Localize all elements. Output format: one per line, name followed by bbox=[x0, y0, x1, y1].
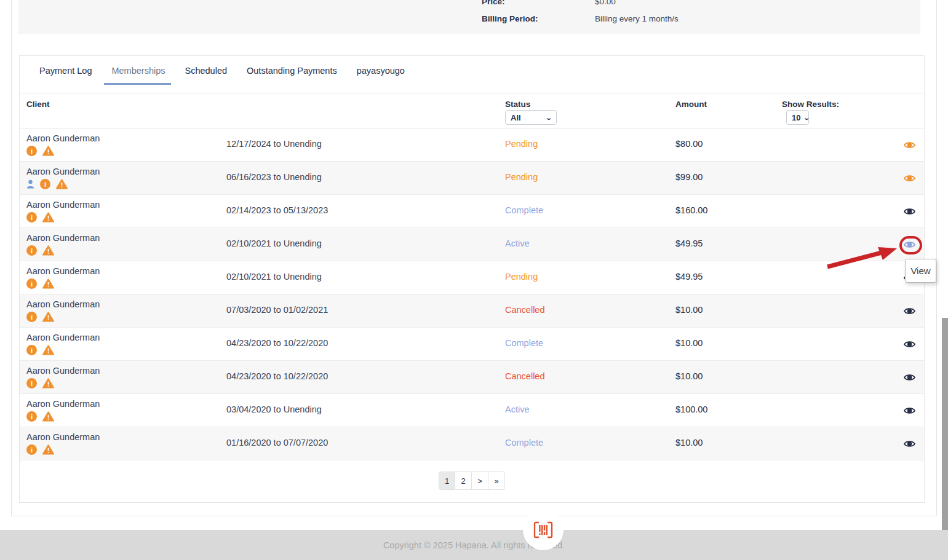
info-icon[interactable]: i bbox=[26, 345, 37, 355]
copyright-text: Copyright © 2025 Hapana. All rights rese… bbox=[0, 540, 948, 550]
client-column-header: Client bbox=[26, 100, 50, 109]
view-eye-icon[interactable] bbox=[904, 307, 915, 315]
info-icon[interactable]: i bbox=[26, 411, 37, 422]
actions-cell bbox=[875, 162, 924, 194]
page-button-»[interactable]: » bbox=[488, 471, 505, 490]
info-icon[interactable]: i bbox=[26, 212, 37, 223]
table-row: Aaron Gunderman i 04/23/2020 to 10/22/20… bbox=[20, 328, 924, 361]
membership-period: 04/23/2020 to 10/22/2020 bbox=[226, 361, 503, 393]
amount-value: $80.00 bbox=[675, 128, 860, 161]
membership-period: 03/04/2020 to Unending bbox=[226, 394, 503, 427]
membership-period: 12/17/2024 to Unending bbox=[226, 128, 503, 161]
tabs: Payment LogMembershipsScheduledOutstandi… bbox=[20, 56, 924, 93]
amount-value: $49.95 bbox=[675, 228, 860, 261]
amount-value: $99.00 bbox=[675, 162, 860, 194]
billing-period-label: Billing Period: bbox=[482, 14, 595, 23]
warning-icon[interactable] bbox=[42, 378, 54, 388]
amount-value: $10.00 bbox=[675, 361, 860, 393]
page-button->[interactable]: > bbox=[472, 471, 488, 490]
client-cell: Aaron Gunderman i bbox=[26, 427, 223, 460]
view-eye-icon[interactable] bbox=[904, 174, 915, 183]
pagination: 12>» bbox=[20, 471, 924, 490]
barcode-icon bbox=[533, 521, 554, 539]
view-eye-icon[interactable] bbox=[904, 240, 915, 249]
warning-icon[interactable] bbox=[42, 444, 54, 455]
table-row: Aaron Gunderman i 06/16/2023 to Unending… bbox=[20, 162, 924, 195]
client-icons: i bbox=[26, 411, 54, 422]
page-button-2[interactable]: 2 bbox=[455, 471, 472, 490]
price-label: Price: bbox=[482, 0, 595, 6]
billing-summary-panel: Price: $0.00 Billing Period: Billing eve… bbox=[18, 0, 920, 34]
client-name: Aaron Gunderman bbox=[26, 233, 100, 243]
amount-value: $49.95 bbox=[675, 261, 860, 294]
client-cell: Aaron Gunderman i bbox=[26, 261, 223, 294]
client-name: Aaron Gunderman bbox=[26, 200, 100, 210]
info-icon[interactable]: i bbox=[26, 245, 37, 256]
view-eye-icon[interactable] bbox=[904, 406, 915, 415]
chevron-down-icon: ⌄ bbox=[803, 114, 811, 121]
page-button-1[interactable]: 1 bbox=[439, 471, 455, 490]
table-row: Aaron Gunderman i 07/03/2020 to 01/02/20… bbox=[20, 294, 924, 328]
client-name: Aaron Gunderman bbox=[26, 133, 100, 143]
page: Price: $0.00 Billing Period: Billing eve… bbox=[0, 0, 948, 560]
warning-icon[interactable] bbox=[42, 312, 54, 322]
view-eye-icon[interactable] bbox=[904, 207, 915, 216]
user-icon[interactable] bbox=[26, 179, 34, 189]
table-row: Aaron Gunderman i 02/10/2021 to Unending… bbox=[20, 228, 924, 261]
membership-period: 06/16/2023 to Unending bbox=[226, 162, 503, 194]
status-label: Pending bbox=[505, 128, 671, 161]
warning-icon[interactable] bbox=[42, 212, 54, 223]
warning-icon[interactable] bbox=[42, 146, 54, 156]
warning-icon[interactable] bbox=[42, 345, 54, 355]
tab-payment-log[interactable]: Payment Log bbox=[39, 66, 92, 76]
show-results-label: Show Results: bbox=[782, 100, 839, 109]
actions-cell bbox=[875, 328, 924, 360]
membership-period: 02/10/2021 to Unending bbox=[226, 261, 503, 294]
view-eye-icon[interactable] bbox=[904, 373, 915, 382]
info-icon[interactable]: i bbox=[26, 312, 37, 322]
membership-period: 07/03/2020 to 01/02/2021 bbox=[226, 294, 503, 327]
client-cell: Aaron Gunderman i bbox=[26, 228, 223, 261]
billing-period-value: Billing every 1 month/s bbox=[595, 14, 679, 23]
client-name: Aaron Gunderman bbox=[26, 266, 100, 276]
warning-icon[interactable] bbox=[42, 245, 54, 256]
client-icons: i bbox=[26, 179, 68, 189]
info-icon[interactable]: i bbox=[26, 444, 37, 455]
client-cell: Aaron Gunderman i bbox=[26, 162, 223, 194]
warning-icon[interactable] bbox=[42, 278, 54, 289]
show-results-select[interactable]: 10 ⌄ bbox=[786, 110, 809, 125]
status-label: Complete bbox=[505, 328, 671, 360]
client-icons: i bbox=[26, 312, 54, 322]
client-cell: Aaron Gunderman i bbox=[26, 394, 223, 427]
table-header: Client Status All ⌄ Amount Show Results:… bbox=[20, 93, 924, 128]
tab-payasyougo[interactable]: payasyougo bbox=[357, 66, 405, 76]
client-name: Aaron Gunderman bbox=[26, 299, 100, 309]
status-filter-value: All bbox=[511, 113, 521, 122]
tab-scheduled[interactable]: Scheduled bbox=[185, 66, 227, 76]
info-icon[interactable]: i bbox=[26, 146, 37, 156]
client-icons: i bbox=[26, 146, 54, 156]
client-name: Aaron Gunderman bbox=[26, 333, 100, 342]
tab-memberships[interactable]: Memberships bbox=[111, 66, 165, 76]
actions-cell bbox=[875, 195, 924, 227]
client-icons: i bbox=[26, 278, 54, 289]
info-icon[interactable]: i bbox=[40, 179, 50, 189]
tab-outstanding-payments[interactable]: Outstanding Payments bbox=[247, 66, 337, 76]
warning-icon[interactable] bbox=[56, 179, 68, 189]
vertical-scrollbar[interactable] bbox=[942, 318, 948, 535]
status-filter-select[interactable]: All ⌄ bbox=[505, 110, 557, 125]
client-cell: Aaron Gunderman i bbox=[26, 128, 223, 161]
amount-value: $10.00 bbox=[675, 427, 860, 460]
info-icon[interactable]: i bbox=[26, 378, 37, 388]
view-eye-icon[interactable] bbox=[904, 440, 915, 448]
warning-icon[interactable] bbox=[42, 411, 54, 422]
actions-cell bbox=[875, 228, 924, 261]
view-eye-icon[interactable] bbox=[904, 340, 915, 349]
table-row: Aaron Gunderman i 12/17/2024 to Unending… bbox=[20, 128, 924, 162]
info-icon[interactable]: i bbox=[26, 278, 37, 289]
view-eye-icon[interactable] bbox=[904, 141, 915, 149]
client-cell: Aaron Gunderman i bbox=[26, 328, 223, 360]
amount-value: $10.00 bbox=[675, 328, 860, 360]
status-label: Complete bbox=[505, 195, 671, 227]
hapana-logo bbox=[523, 510, 564, 550]
